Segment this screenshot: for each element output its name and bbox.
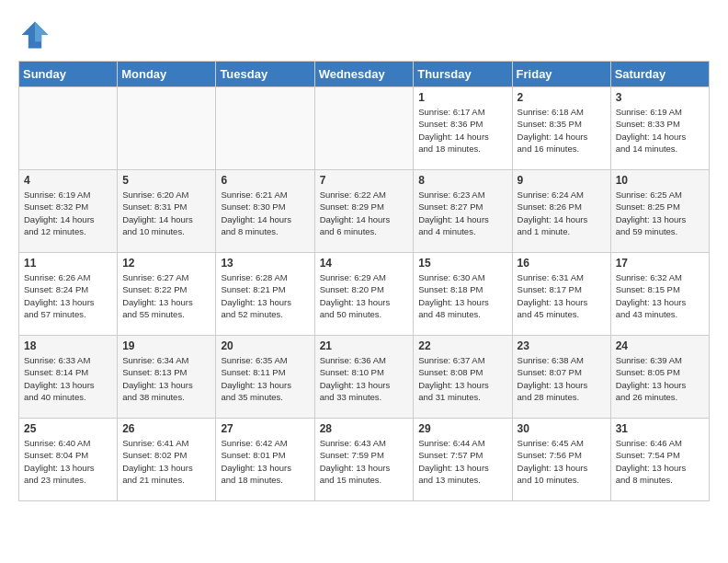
day-number: 5 (122, 174, 210, 187)
day-number: 21 (320, 339, 409, 352)
day-number: 18 (24, 339, 112, 352)
day-number: 24 (616, 339, 704, 352)
calendar-cell: 18Sunrise: 6:33 AM Sunset: 8:14 PM Dayli… (19, 336, 118, 419)
day-number: 22 (418, 339, 506, 352)
calendar-cell: 8Sunrise: 6:23 AM Sunset: 8:27 PM Daylig… (414, 170, 512, 253)
day-info: Sunrise: 6:46 AM Sunset: 7:54 PM Dayligh… (616, 437, 704, 486)
day-number: 11 (24, 257, 112, 270)
day-info: Sunrise: 6:40 AM Sunset: 8:04 PM Dayligh… (24, 437, 112, 486)
day-info: Sunrise: 6:19 AM Sunset: 8:33 PM Dayligh… (616, 106, 704, 155)
calendar-header-wednesday: Wednesday (314, 62, 414, 87)
calendar-cell: 3Sunrise: 6:19 AM Sunset: 8:33 PM Daylig… (610, 87, 709, 170)
day-number: 13 (221, 257, 309, 270)
day-number: 7 (320, 174, 409, 187)
calendar-week-5: 25Sunrise: 6:40 AM Sunset: 8:04 PM Dayli… (19, 419, 710, 501)
day-number: 3 (616, 91, 704, 104)
logo (18, 18, 55, 52)
calendar-cell: 4Sunrise: 6:19 AM Sunset: 8:32 PM Daylig… (19, 170, 118, 253)
day-number: 12 (122, 257, 210, 270)
day-number: 26 (122, 422, 210, 435)
calendar-cell: 28Sunrise: 6:43 AM Sunset: 7:59 PM Dayli… (314, 419, 414, 501)
day-number: 20 (221, 339, 309, 352)
day-number: 16 (518, 257, 606, 270)
calendar-week-1: 1Sunrise: 6:17 AM Sunset: 8:36 PM Daylig… (19, 87, 710, 170)
day-info: Sunrise: 6:34 AM Sunset: 8:13 PM Dayligh… (122, 354, 210, 403)
day-number: 23 (518, 339, 606, 352)
day-number: 4 (24, 174, 112, 187)
day-info: Sunrise: 6:29 AM Sunset: 8:20 PM Dayligh… (320, 271, 409, 320)
calendar-week-3: 11Sunrise: 6:26 AM Sunset: 8:24 PM Dayli… (19, 253, 710, 336)
day-info: Sunrise: 6:17 AM Sunset: 8:36 PM Dayligh… (418, 106, 506, 155)
day-info: Sunrise: 6:41 AM Sunset: 8:02 PM Dayligh… (122, 437, 210, 486)
day-info: Sunrise: 6:45 AM Sunset: 7:56 PM Dayligh… (518, 437, 606, 486)
day-number: 6 (221, 174, 309, 187)
day-info: Sunrise: 6:19 AM Sunset: 8:32 PM Dayligh… (24, 189, 112, 237)
calendar-cell: 29Sunrise: 6:44 AM Sunset: 7:57 PM Dayli… (414, 419, 512, 501)
day-info: Sunrise: 6:39 AM Sunset: 8:05 PM Dayligh… (616, 354, 704, 403)
calendar-table: SundayMondayTuesdayWednesdayThursdayFrid… (18, 61, 710, 501)
calendar-cell: 24Sunrise: 6:39 AM Sunset: 8:05 PM Dayli… (610, 336, 709, 419)
calendar-week-2: 4Sunrise: 6:19 AM Sunset: 8:32 PM Daylig… (19, 170, 710, 253)
day-number: 30 (518, 422, 606, 435)
day-number: 1 (418, 91, 506, 104)
calendar-cell: 25Sunrise: 6:40 AM Sunset: 8:04 PM Dayli… (19, 419, 118, 501)
day-info: Sunrise: 6:24 AM Sunset: 8:26 PM Dayligh… (518, 189, 606, 237)
calendar-cell: 5Sunrise: 6:20 AM Sunset: 8:31 PM Daylig… (118, 170, 216, 253)
day-info: Sunrise: 6:30 AM Sunset: 8:18 PM Dayligh… (418, 271, 506, 320)
day-info: Sunrise: 6:26 AM Sunset: 8:24 PM Dayligh… (24, 271, 112, 320)
day-info: Sunrise: 6:18 AM Sunset: 8:35 PM Dayligh… (518, 106, 606, 155)
svg-marker-1 (35, 22, 48, 42)
day-number: 14 (320, 257, 409, 270)
calendar-header-row: SundayMondayTuesdayWednesdayThursdayFrid… (19, 62, 710, 87)
calendar-cell: 30Sunrise: 6:45 AM Sunset: 7:56 PM Dayli… (512, 419, 610, 501)
day-number: 15 (418, 257, 506, 270)
calendar-cell: 21Sunrise: 6:36 AM Sunset: 8:10 PM Dayli… (314, 336, 414, 419)
day-number: 31 (616, 422, 704, 435)
day-info: Sunrise: 6:32 AM Sunset: 8:15 PM Dayligh… (616, 271, 704, 320)
calendar-week-4: 18Sunrise: 6:33 AM Sunset: 8:14 PM Dayli… (19, 336, 710, 419)
calendar-cell (216, 87, 314, 170)
calendar-cell: 14Sunrise: 6:29 AM Sunset: 8:20 PM Dayli… (314, 253, 414, 336)
calendar-cell: 17Sunrise: 6:32 AM Sunset: 8:15 PM Dayli… (610, 253, 709, 336)
day-info: Sunrise: 6:23 AM Sunset: 8:27 PM Dayligh… (418, 189, 506, 237)
day-number: 17 (616, 257, 704, 270)
calendar-header-thursday: Thursday (414, 62, 512, 87)
calendar-cell: 31Sunrise: 6:46 AM Sunset: 7:54 PM Dayli… (610, 419, 709, 501)
calendar-cell (314, 87, 414, 170)
calendar-cell: 16Sunrise: 6:31 AM Sunset: 8:17 PM Dayli… (512, 253, 610, 336)
calendar-cell (19, 87, 118, 170)
day-number: 25 (24, 422, 112, 435)
calendar-cell: 26Sunrise: 6:41 AM Sunset: 8:02 PM Dayli… (118, 419, 216, 501)
day-info: Sunrise: 6:25 AM Sunset: 8:25 PM Dayligh… (616, 189, 704, 237)
calendar-header-monday: Monday (118, 62, 216, 87)
day-info: Sunrise: 6:22 AM Sunset: 8:29 PM Dayligh… (320, 189, 409, 237)
calendar-cell: 13Sunrise: 6:28 AM Sunset: 8:21 PM Dayli… (216, 253, 314, 336)
calendar-cell: 22Sunrise: 6:37 AM Sunset: 8:08 PM Dayli… (414, 336, 512, 419)
calendar-cell: 10Sunrise: 6:25 AM Sunset: 8:25 PM Dayli… (610, 170, 709, 253)
day-info: Sunrise: 6:38 AM Sunset: 8:07 PM Dayligh… (518, 354, 606, 403)
calendar-cell: 27Sunrise: 6:42 AM Sunset: 8:01 PM Dayli… (216, 419, 314, 501)
day-info: Sunrise: 6:31 AM Sunset: 8:17 PM Dayligh… (518, 271, 606, 320)
day-info: Sunrise: 6:21 AM Sunset: 8:30 PM Dayligh… (221, 189, 309, 237)
day-info: Sunrise: 6:33 AM Sunset: 8:14 PM Dayligh… (24, 354, 112, 403)
day-number: 8 (418, 174, 506, 187)
calendar-header-saturday: Saturday (610, 62, 709, 87)
day-number: 10 (616, 174, 704, 187)
calendar-header-sunday: Sunday (19, 62, 118, 87)
calendar-cell: 12Sunrise: 6:27 AM Sunset: 8:22 PM Dayli… (118, 253, 216, 336)
day-info: Sunrise: 6:20 AM Sunset: 8:31 PM Dayligh… (122, 189, 210, 237)
calendar-cell (118, 87, 216, 170)
page-header (18, 18, 710, 52)
calendar-cell: 6Sunrise: 6:21 AM Sunset: 8:30 PM Daylig… (216, 170, 314, 253)
day-info: Sunrise: 6:44 AM Sunset: 7:57 PM Dayligh… (418, 437, 506, 486)
day-number: 2 (518, 91, 606, 104)
calendar-cell: 23Sunrise: 6:38 AM Sunset: 8:07 PM Dayli… (512, 336, 610, 419)
day-info: Sunrise: 6:43 AM Sunset: 7:59 PM Dayligh… (320, 437, 409, 486)
day-number: 27 (221, 422, 309, 435)
calendar-header-tuesday: Tuesday (216, 62, 314, 87)
day-number: 29 (418, 422, 506, 435)
day-info: Sunrise: 6:37 AM Sunset: 8:08 PM Dayligh… (418, 354, 506, 403)
calendar-cell: 15Sunrise: 6:30 AM Sunset: 8:18 PM Dayli… (414, 253, 512, 336)
calendar-cell: 2Sunrise: 6:18 AM Sunset: 8:35 PM Daylig… (512, 87, 610, 170)
day-info: Sunrise: 6:42 AM Sunset: 8:01 PM Dayligh… (221, 437, 309, 486)
